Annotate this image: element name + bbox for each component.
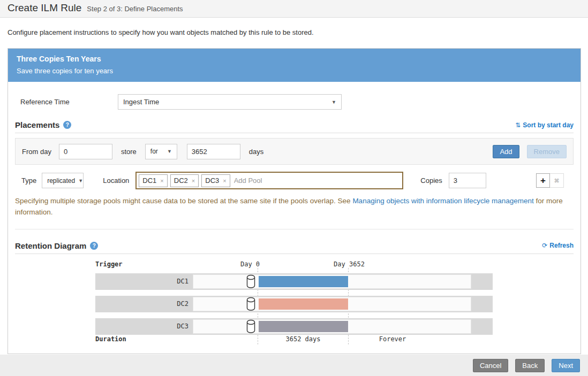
diagram-row-dc1: DC1: [95, 273, 493, 290]
copies-label: Copies: [420, 177, 442, 185]
reference-time-select[interactable]: Ingest Time ▼: [118, 94, 342, 110]
page-title: Create ILM Rule: [7, 0, 81, 14]
page-description: Configure placement instructions to spec…: [7, 28, 581, 36]
pool-tag-label: DC3: [205, 177, 219, 185]
store-mode-value: for: [150, 148, 158, 155]
pool-tag: DC2 ×: [170, 174, 199, 187]
store-mode-select[interactable]: for ▼: [145, 144, 177, 159]
retention-section-head: Retention Diagram ? ⟳ Refresh: [15, 241, 574, 254]
refresh-link-label: Refresh: [549, 242, 574, 249]
add-pool-input[interactable]: [233, 176, 401, 185]
back-button[interactable]: Back: [515, 359, 545, 372]
type-select[interactable]: replicated ▼: [42, 173, 84, 188]
copies-input[interactable]: [449, 173, 486, 188]
cancel-button[interactable]: Cancel: [473, 359, 508, 372]
delete-placement-button: ✖: [550, 173, 564, 188]
sort-icon: ⇅: [515, 121, 521, 129]
placement-config-row: Type replicated ▼ Location DC1 × DC2 × D…: [15, 172, 574, 189]
from-day-label: From day: [22, 148, 51, 156]
location-pool-input[interactable]: DC1 × DC2 × DC3 ×: [135, 172, 403, 189]
retention-diagram: Trigger Day 0 Day 3652 DC1 DC2: [15, 256, 574, 348]
trigger-label: Trigger: [95, 260, 123, 268]
day-3652-label: Day 3652: [334, 260, 365, 268]
help-icon[interactable]: ?: [90, 242, 98, 250]
placements-section-head: Placements ? ⇅ Sort by start day: [15, 120, 574, 133]
add-button[interactable]: Add: [493, 145, 519, 158]
reference-time-value: Ingest Time: [123, 98, 159, 106]
retention-bar-dc2: [259, 298, 348, 310]
retention-title-text: Retention Diagram: [15, 241, 86, 250]
retention-bar-dc3: [259, 321, 348, 332]
days-label: days: [249, 148, 263, 156]
chevron-down-icon: ▼: [167, 149, 172, 154]
overlap-warning: Specifying multiple storage pools might …: [15, 196, 574, 218]
placement-row-actions: + ✖: [536, 173, 564, 188]
next-button[interactable]: Next: [552, 359, 580, 372]
pool-tag-label: DC1: [142, 177, 156, 185]
placements-title: Placements ?: [15, 120, 71, 129]
rule-description: Save three copies for ten years: [17, 67, 572, 75]
duration-value-forever: Forever: [379, 335, 406, 343]
type-label: Type: [21, 177, 36, 185]
storage-node-icon: [246, 297, 255, 311]
remove-pool-icon[interactable]: ×: [192, 178, 195, 184]
remove-pool-icon[interactable]: ×: [223, 178, 226, 184]
page-header: Create ILM Rule Step 2 of 3: Define Plac…: [0, 0, 588, 18]
store-label: store: [121, 148, 137, 156]
from-day-row: From day store for ▼ days Add Remove: [15, 138, 574, 165]
page-subtitle: Step 2 of 3: Define Placements: [87, 5, 183, 13]
diagram-pool-label: DC3: [95, 318, 189, 335]
warning-text-before: Specifying multiple storage pools might …: [15, 197, 352, 205]
sort-link-label: Sort by start day: [523, 121, 574, 129]
refresh-link[interactable]: ⟳ Refresh: [542, 242, 574, 249]
duration-label: Duration: [95, 335, 126, 343]
duration-days-input[interactable]: [187, 144, 240, 159]
from-day-input[interactable]: [59, 144, 112, 159]
rule-panel: Three Copies Ten Years Save three copies…: [7, 48, 581, 354]
diagram-pool-label: DC2: [95, 296, 189, 312]
section-divider: [15, 229, 574, 229]
pool-tag: DC1 ×: [139, 174, 167, 187]
help-icon[interactable]: ?: [63, 121, 71, 129]
type-value: replicated: [47, 177, 75, 185]
retention-bar-dc1: [259, 276, 348, 287]
storage-node-icon: [246, 274, 255, 289]
reference-time-label: Reference Time: [15, 98, 118, 106]
remove-pool-icon[interactable]: ×: [160, 178, 163, 184]
rule-banner: Three Copies Ten Years Save three copies…: [8, 49, 581, 82]
retention-title: Retention Diagram ?: [15, 241, 98, 250]
placements-title-text: Placements: [15, 120, 59, 129]
sort-by-start-day-link[interactable]: ⇅ Sort by start day: [515, 121, 574, 129]
remove-button: Remove: [527, 145, 567, 158]
chevron-down-icon: ▼: [78, 178, 83, 183]
pool-tag-label: DC2: [174, 177, 188, 185]
diagram-pool-label: DC1: [95, 273, 189, 290]
add-placement-button[interactable]: +: [536, 173, 550, 188]
reference-time-row: Reference Time Ingest Time ▼: [15, 94, 574, 110]
location-label: Location: [103, 177, 129, 185]
duration-value-3652: 3652 days: [285, 335, 320, 343]
wizard-footer: Cancel Back Next: [0, 355, 588, 376]
refresh-icon: ⟳: [542, 242, 547, 249]
storage-node-icon: [246, 319, 255, 334]
chevron-down-icon: ▼: [331, 99, 336, 105]
pool-tag: DC3 ×: [201, 174, 230, 187]
day-0-label: Day 0: [240, 260, 260, 268]
rule-name: Three Copies Ten Years: [17, 55, 572, 63]
diagram-row-dc2: DC2: [95, 296, 493, 312]
diagram-row-dc3: DC3: [95, 318, 493, 335]
ilm-docs-link[interactable]: Managing objects with information lifecy…: [352, 197, 533, 205]
